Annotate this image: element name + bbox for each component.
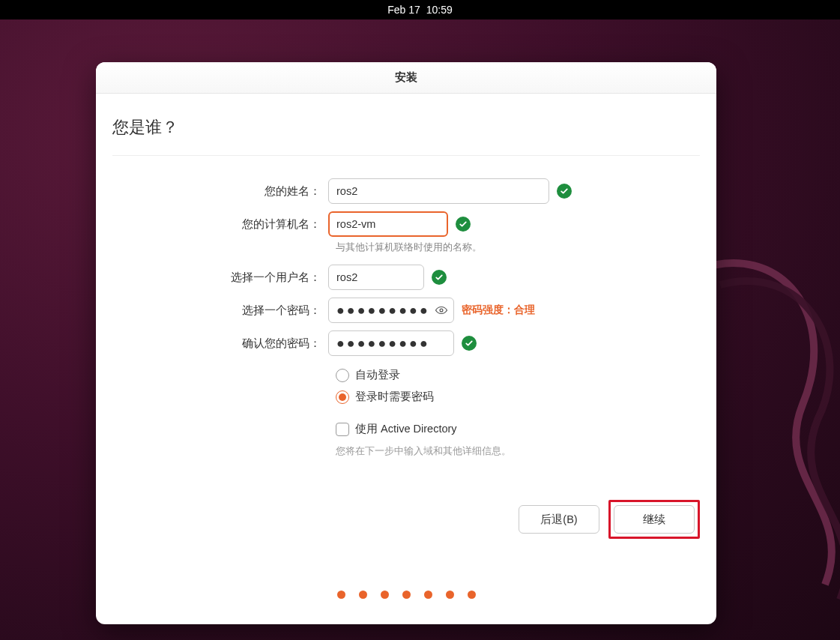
installer-content: 您是谁？ 您的姓名： 您的计算机名： [96,94,716,624]
row-confirm: 确认您的密码： [112,330,700,356]
radio-icon [336,390,349,404]
check-icon [432,270,447,285]
check-icon [557,184,572,199]
row-name: 您的姓名： [112,178,700,204]
continue-button[interactable]: 继续 [614,505,695,534]
dot [402,591,411,599]
svg-point-0 [440,309,443,312]
hostname-input[interactable] [328,211,448,237]
dot [446,591,454,599]
installer-window: 安装 您是谁？ 您的姓名： 您的计算机名： [96,62,716,624]
clock-time: 10:59 [426,4,453,16]
radio-icon [336,369,349,382]
row-username: 选择一个用户名： [112,265,700,290]
ad-hint: 您将在下一步中输入域和其他详细信息。 [336,445,700,458]
dot [381,591,389,599]
radio-label: 自动登录 [355,368,400,382]
dot [468,591,476,599]
radio-auto-login[interactable]: 自动登录 [336,368,700,382]
window-titlebar: 安装 [96,62,716,94]
label-confirm: 确认您的密码： [112,336,328,351]
label-name: 您的姓名： [112,184,328,199]
check-icon [456,217,471,232]
window-title: 安装 [395,70,417,85]
radio-label: 登录时需要密码 [355,390,434,404]
ad-option: 使用 Active Directory [336,422,700,436]
heading-divider [112,155,700,156]
login-options: 自动登录 登录时需要密码 [336,368,700,404]
eye-icon[interactable] [435,304,448,317]
clock-date: Feb 17 [387,4,420,16]
footer-buttons: 后退(B) 继续 [519,500,700,539]
checkbox-active-directory[interactable]: 使用 Active Directory [336,422,700,436]
page-heading: 您是谁？ [112,116,700,139]
back-button[interactable]: 后退(B) [519,505,599,534]
user-form: 您的姓名： 您的计算机名： 与其他计算机联络时使用的名称。 [112,178,700,458]
row-password: 选择一个密码： 密码强度：合理 [112,298,700,323]
label-hostname: 您的计算机名： [112,217,328,232]
label-password: 选择一个密码： [112,304,328,318]
label-username: 选择一个用户名： [112,271,328,285]
check-icon [462,336,477,351]
radio-require-password[interactable]: 登录时需要密码 [336,390,700,404]
checkbox-label: 使用 Active Directory [355,422,457,436]
hostname-hint: 与其他计算机联络时使用的名称。 [336,241,700,254]
progress-dots [96,591,716,599]
row-hostname: 您的计算机名： [112,211,700,237]
name-input[interactable] [328,178,549,204]
username-input[interactable] [328,265,424,290]
dot [359,591,367,599]
checkbox-icon [336,423,349,436]
continue-highlight: 继续 [608,500,700,539]
dot [424,591,432,599]
top-panel: Feb 17 10:59 [0,0,840,19]
password-strength: 密码强度：合理 [462,304,535,317]
dot [337,591,345,599]
confirm-password-input[interactable] [328,330,454,356]
